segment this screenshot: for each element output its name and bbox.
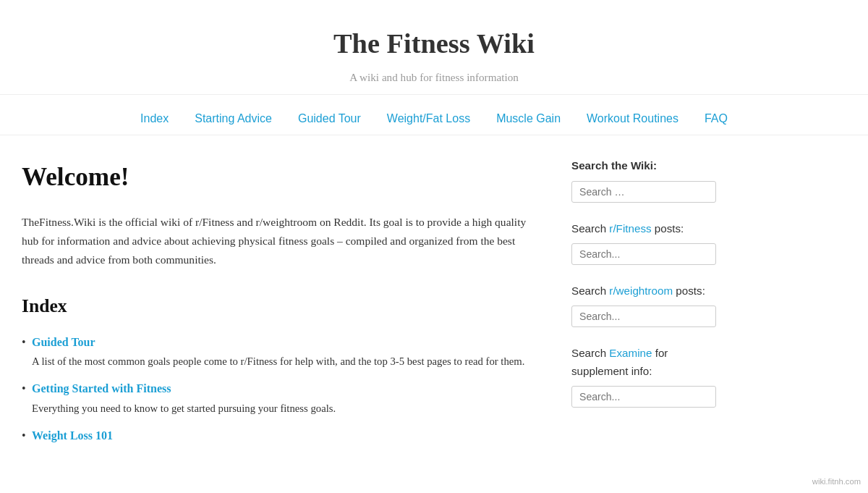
nav-guided-tour[interactable]: Guided Tour [298,112,361,125]
rweightroom-search-label: Search r/weightroom posts: [571,282,716,300]
rfitness-link[interactable]: r/Fitness [609,222,651,235]
rfitness-search-input[interactable] [571,243,716,265]
wiki-search-label: Search the Wiki: [571,157,716,174]
page-layout: Welcome! TheFitness.Wiki is the official… [7,157,861,455]
nav-faq[interactable]: FAQ [705,112,728,125]
rweightroom-search-input[interactable] [571,306,716,327]
nav-index[interactable]: Index [140,112,169,125]
intro-text: TheFitness.Wiki is the official wiki of … [22,213,542,270]
index-heading: Index [22,292,542,321]
site-title: The Fitness Wiki [14,22,854,66]
main-content: Welcome! TheFitness.Wiki is the official… [22,157,542,455]
wiki-search-section: Search the Wiki: [571,157,716,202]
wiki-search-input[interactable] [571,181,716,203]
guided-tour-desc: A list of the most common goals people c… [32,353,542,369]
getting-started-desc: Everything you need to know to get start… [32,400,542,416]
main-nav: Index Starting Advice Guided Tour Weight… [0,95,868,136]
examine-search-label: Search Examine for supplement info: [571,345,716,380]
weight-loss-link[interactable]: Weight Loss 101 [32,429,113,442]
welcome-heading: Welcome! [22,157,542,198]
nav-muscle-gain[interactable]: Muscle Gain [496,112,561,125]
nav-starting-advice[interactable]: Starting Advice [195,112,272,125]
sidebar: Search the Wiki: Search r/Fitness posts:… [571,157,716,455]
list-item: Weight Loss 101 [22,426,542,445]
index-list: Guided Tour A list of the most common go… [22,333,542,445]
nav-weight-fat-loss[interactable]: Weight/Fat Loss [387,112,470,125]
examine-link[interactable]: Examine [609,347,652,359]
list-item: Getting Started with Fitness Everything … [22,379,542,416]
rfitness-search-label: Search r/Fitness posts: [571,220,716,237]
rweightroom-link[interactable]: r/weightroom [609,285,673,297]
site-tagline: A wiki and hub for fitness information [14,69,854,86]
site-header: The Fitness Wiki A wiki and hub for fitn… [0,0,868,95]
rfitness-search-section: Search r/Fitness posts: [571,220,716,265]
getting-started-link[interactable]: Getting Started with Fitness [32,382,171,395]
list-item: Guided Tour A list of the most common go… [22,333,542,370]
rweightroom-search-section: Search r/weightroom posts: [571,282,716,327]
guided-tour-link[interactable]: Guided Tour [32,336,95,348]
examine-search-section: Search Examine for supplement info: [571,345,716,408]
nav-workout-routines[interactable]: Workout Routines [587,112,678,125]
examine-search-input[interactable] [571,386,716,408]
